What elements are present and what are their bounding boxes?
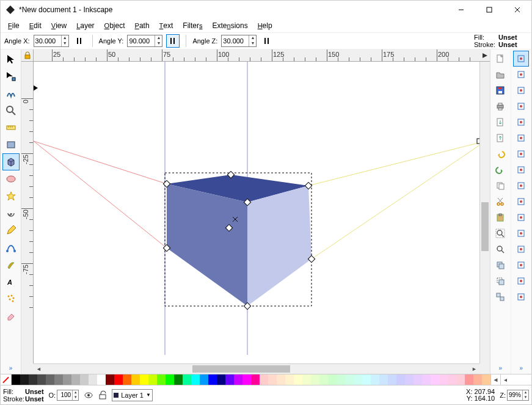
ruler-end-icon[interactable] [479,49,490,62]
color-swatch[interactable] [311,374,319,385]
tweak-tool[interactable] [2,85,20,102]
opacity-input[interactable] [57,392,72,398]
color-swatch[interactable] [396,374,405,385]
color-swatch[interactable] [234,374,242,385]
close-button[interactable] [503,1,531,19]
color-swatch[interactable] [371,374,379,385]
angle-z-parallel-toggle[interactable] [260,34,274,48]
opacity-spinner[interactable]: ▲▼ [57,390,79,401]
group-icon[interactable] [492,289,508,305]
snap-page-icon[interactable] [513,257,529,273]
snap-node-icon[interactable] [513,146,529,162]
snap-midpoint-icon[interactable] [513,114,529,130]
zoom-input[interactable] [508,392,522,398]
zoom-tool[interactable] [2,102,20,119]
new-doc-icon[interactable] [492,51,508,67]
minimize-button[interactable] [447,1,475,19]
color-swatch[interactable] [251,374,260,385]
color-swatch[interactable] [131,374,140,385]
star-tool[interactable] [2,188,20,205]
export-icon[interactable] [492,130,508,146]
print-icon[interactable] [492,98,508,114]
menu-path[interactable]: Path [131,20,153,31]
color-swatch[interactable] [242,374,251,385]
commands-more[interactable]: » [498,365,502,374]
ellipse-tool[interactable] [2,170,20,188]
measure-tool[interactable] [2,119,20,136]
snap-path-icon[interactable] [513,225,529,241]
color-swatch[interactable] [337,374,345,385]
color-swatch[interactable] [217,374,225,385]
scrollbar-thumb[interactable] [192,365,290,373]
color-swatch[interactable] [465,374,473,385]
3dbox-tool[interactable] [2,153,20,170]
color-swatch[interactable] [54,374,63,385]
menu-text[interactable]: Text [156,20,177,31]
color-swatch[interactable] [20,374,29,385]
menu-object[interactable]: Object [101,20,129,31]
color-swatch[interactable] [208,374,217,385]
spray-tool[interactable] [2,290,20,307]
color-swatch[interactable] [37,374,46,385]
menu-help[interactable]: Help [254,20,276,31]
color-swatch[interactable] [482,374,490,385]
color-swatch[interactable] [456,374,465,385]
scroll-left-button[interactable]: ◄ [34,364,44,374]
color-swatch[interactable] [123,374,131,385]
snap-grid-icon[interactable] [513,273,529,289]
menu-filters[interactable]: Filters [179,20,206,31]
color-swatch[interactable] [63,374,71,385]
snap-smooth-icon[interactable] [513,162,529,178]
color-swatch[interactable] [439,374,448,385]
color-swatch[interactable] [200,374,208,385]
color-swatch[interactable] [174,374,183,385]
scroll-right-button[interactable]: ► [469,364,479,374]
palette-scroll-left[interactable]: ◄ [490,374,500,385]
spiral-tool[interactable] [2,205,20,222]
snap-corner-icon[interactable] [513,98,529,114]
maximize-button[interactable] [475,1,503,19]
snap-edge-icon[interactable] [513,82,529,98]
color-swatch[interactable] [379,374,388,385]
angle-y-up[interactable]: ▲ [155,35,162,41]
color-swatch[interactable] [448,374,456,385]
horizontal-scrollbar[interactable]: ◄ ► [34,363,479,374]
color-swatch[interactable] [89,374,97,385]
color-swatch[interactable] [362,374,371,385]
color-swatch[interactable] [294,374,302,385]
color-swatch[interactable] [473,374,482,385]
color-swatch[interactable] [183,374,191,385]
color-swatch[interactable] [80,374,89,385]
snap-others-icon[interactable] [513,241,529,257]
color-swatch[interactable] [97,374,106,385]
snap-intersect-icon[interactable] [513,210,529,225]
snap-bbox-icon[interactable] [513,67,529,82]
angle-y-input[interactable] [128,37,155,45]
save-doc-icon[interactable] [492,82,508,98]
menu-extensions[interactable]: Extensions [208,20,251,31]
redo-icon[interactable] [492,162,508,178]
no-color-swatch[interactable] [1,374,12,385]
selector-tool[interactable] [2,51,20,68]
angle-x-down[interactable]: ▼ [61,41,68,46]
angle-z-input[interactable] [222,37,249,45]
open-doc-icon[interactable] [492,67,508,82]
angle-y-down[interactable]: ▼ [155,41,162,46]
visibility-icon[interactable] [84,390,93,400]
color-swatch[interactable] [260,374,268,385]
menu-layer[interactable]: Layer [73,20,98,31]
angle-z-up[interactable]: ▲ [249,35,256,41]
rectangle-tool[interactable] [2,136,20,153]
menu-file[interactable]: File [4,20,23,31]
snap-cusp-icon[interactable] [513,178,529,194]
color-swatch[interactable] [12,374,20,385]
color-swatch[interactable] [319,374,328,385]
angle-x-parallel-toggle[interactable] [73,34,86,48]
menu-edit[interactable]: Edit [26,20,45,31]
eraser-tool[interactable] [2,307,20,324]
palette-menu[interactable]: ◂ [500,374,510,385]
color-swatch[interactable] [422,374,431,385]
angle-x-up[interactable]: ▲ [61,35,68,41]
snap-more[interactable]: » [519,365,523,374]
color-swatch[interactable] [328,374,337,385]
